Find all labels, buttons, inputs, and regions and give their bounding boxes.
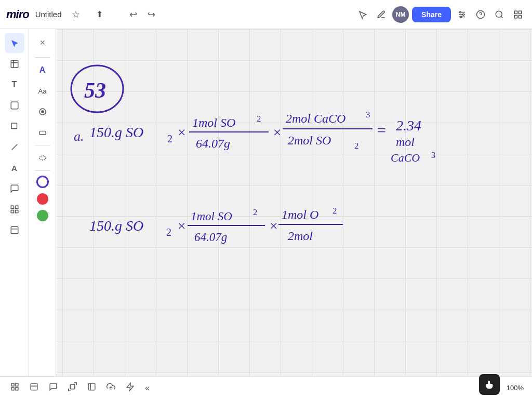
lasso-button[interactable] [33,149,52,167]
svg-text:53: 53 [84,78,106,102]
comment-tool-button[interactable] [5,179,24,198]
svg-text:64.07g: 64.07g [196,137,230,150]
export-bottom-button[interactable] [104,380,117,396]
board-menu-button[interactable] [510,7,526,22]
svg-rect-64 [11,387,14,390]
svg-rect-68 [70,384,75,389]
canvas-content: 53 a. 150.g SO 2 × 1mol SO 2 64 [0,29,532,399]
pen-a-button[interactable]: A [33,61,52,79]
document-title[interactable]: Untitled [35,10,62,19]
right-toolbar: NM Share [355,6,526,23]
text-tool-button[interactable]: T [5,75,24,95]
pen-shapes-button[interactable] [33,102,52,121]
svg-text:3: 3 [366,110,370,119]
line-tool-button[interactable] [5,137,24,157]
svg-rect-22 [15,210,18,213]
template-tool-button[interactable] [5,220,24,240]
svg-point-26 [42,111,44,113]
crop-bottom-button[interactable] [66,380,79,396]
equation-1: a. 150.g SO 2 × 1mol SO 2 64.07g × [74,110,435,164]
left-sidebar: T A ••• [0,29,29,399]
svg-text:1mol SO: 1mol SO [191,210,232,223]
pen-mode-button[interactable] [374,7,389,22]
svg-point-5 [460,16,462,18]
avatar[interactable]: NM [392,6,409,23]
svg-rect-27 [39,131,46,135]
svg-text:×: × [177,124,187,140]
search-button[interactable] [491,7,507,22]
svg-rect-10 [519,11,522,14]
pen-text-tool-button[interactable]: A [5,158,24,178]
svg-text:a.: a. [74,129,84,144]
svg-text:2: 2 [332,206,337,216]
svg-rect-19 [11,206,14,208]
grid-bottom-button[interactable] [8,380,21,396]
svg-point-7 [496,11,502,17]
svg-rect-21 [11,210,14,213]
svg-rect-11 [514,15,517,18]
share-button[interactable]: Share [412,7,451,22]
svg-text:3: 3 [431,151,435,159]
pen-aa-button[interactable]: Aa [33,82,52,100]
number-53-group: 53 [71,65,123,112]
svg-text:1mol O: 1mol O [282,208,318,221]
sticky-bottom-button[interactable] [28,380,41,396]
shape-tool-button[interactable] [5,116,24,136]
settings-button[interactable] [454,7,470,22]
svg-point-28 [39,156,46,160]
app-logo: miro [6,8,29,21]
svg-line-8 [501,16,502,18]
bottom-toolbar: « 100% [0,376,532,399]
svg-text:2.34: 2.34 [396,117,421,134]
help-button[interactable] [473,7,488,22]
svg-rect-17 [11,123,17,129]
lightning-bottom-button[interactable] [124,380,137,396]
svg-rect-69 [88,383,95,390]
cursor-tool-button[interactable] [5,33,24,53]
grid-tool-button[interactable] [5,200,24,219]
green-color-swatch[interactable] [37,210,48,221]
svg-rect-20 [15,206,18,208]
sticky-tool-button[interactable] [5,96,24,115]
top-toolbar: miro Untitled ☆ ⬆ ↩ ↪ NM Share [0,0,532,29]
svg-text:2mol CaCO: 2mol CaCO [286,112,345,125]
svg-text:2mol SO: 2mol SO [288,134,331,147]
canvas[interactable]: 53 a. 150.g SO 2 × 1mol SO 2 64 [0,29,532,399]
svg-point-3 [460,11,461,13]
svg-rect-63 [16,383,18,386]
svg-text:2: 2 [253,207,258,217]
svg-text:2: 2 [167,133,172,144]
svg-line-18 [11,144,17,150]
svg-point-4 [463,14,464,15]
undo-button[interactable]: ↩ [126,7,140,22]
svg-text:×: × [272,124,282,140]
select-mode-button[interactable] [355,7,370,22]
svg-text:2mol: 2mol [288,229,313,243]
eraser-button[interactable] [33,123,52,142]
redo-button[interactable]: ↪ [144,7,158,22]
equation-2: 150.g SO 2 × 1mol SO 2 64.07g × 1mol O 2… [89,206,343,244]
svg-rect-23 [11,227,18,234]
svg-rect-62 [11,383,14,386]
red-color-swatch[interactable] [37,193,48,205]
note-bottom-button[interactable] [47,380,60,396]
upload-button[interactable]: ⬆ [90,5,110,24]
svg-rect-16 [11,102,18,109]
svg-rect-9 [514,11,517,14]
svg-text:150.g SO: 150.g SO [89,124,143,140]
svg-text:64.07g: 64.07g [194,231,227,244]
svg-text:CaCO: CaCO [391,151,420,164]
collapse-button[interactable]: « [143,381,152,395]
frame-tool-button[interactable] [5,54,24,74]
secondary-sidebar: ✕ A Aa [29,29,56,399]
layout-bottom-button[interactable] [85,380,98,396]
close-secondary-sidebar-button[interactable]: ✕ [33,33,52,52]
outline-color-swatch[interactable] [36,176,49,188]
hand-cursor-icon-box[interactable] [479,374,500,395]
favorite-button[interactable]: ☆ [66,5,86,24]
svg-text:×: × [269,218,278,234]
svg-text:2: 2 [257,114,261,124]
zoom-level: 100% [507,384,524,392]
svg-text:×: × [177,218,187,234]
svg-rect-65 [16,387,18,390]
